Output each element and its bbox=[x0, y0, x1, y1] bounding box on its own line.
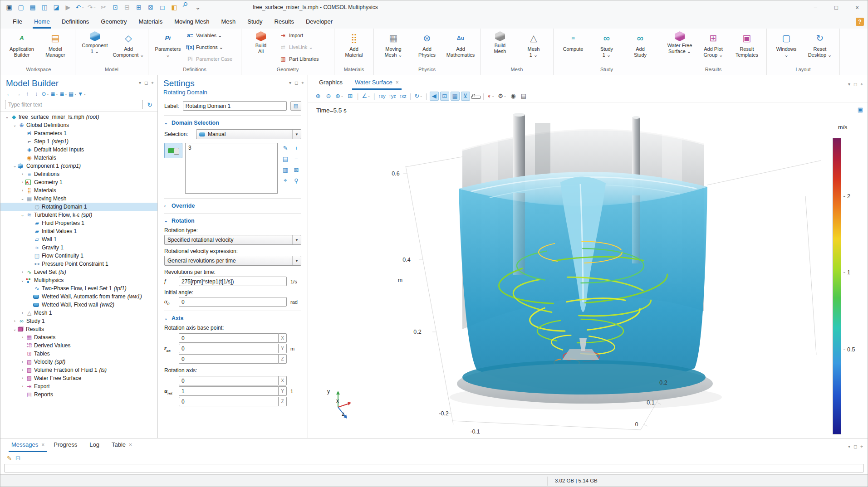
tree-expander[interactable]: › bbox=[20, 270, 25, 274]
scene-light-gear-icon[interactable]: ⚙ bbox=[497, 92, 507, 101]
tree-expander[interactable]: ⌄ bbox=[12, 123, 18, 127]
separator[interactable]: | bbox=[373, 92, 376, 101]
remove-selection-icon[interactable]: − bbox=[291, 154, 301, 164]
chevron-down-icon[interactable]: ▾ bbox=[289, 80, 291, 86]
help-icon[interactable]: ? bbox=[856, 18, 864, 26]
move-up-icon[interactable]: ↑ bbox=[23, 90, 31, 98]
copy-selection-icon[interactable]: ▤ bbox=[280, 154, 290, 164]
tree-expander[interactable]: ⌄ bbox=[4, 115, 10, 119]
print-icon[interactable]: ▤ bbox=[519, 92, 528, 101]
result-templates-button[interactable]: ▣ Result Templates bbox=[730, 29, 764, 66]
console-icon[interactable]: ⊡ bbox=[15, 455, 20, 462]
separator[interactable]: | bbox=[425, 92, 428, 101]
ribbon-tab[interactable]: Results bbox=[269, 15, 300, 29]
show-icon[interactable]: ⊙ bbox=[41, 90, 49, 98]
tree-item[interactable]: › ▧ Water Free Surface bbox=[0, 374, 157, 382]
tree-expander[interactable]: ⌄ bbox=[20, 196, 25, 201]
graphics-tab[interactable]: Graphics bbox=[314, 76, 350, 90]
close-button[interactable]: × bbox=[847, 0, 868, 14]
collapse-all-icon[interactable]: ≣ bbox=[50, 90, 59, 98]
undo-icon[interactable]: ↶ bbox=[75, 2, 85, 12]
selection-list-entry[interactable]: 3 bbox=[188, 145, 191, 151]
ribbon-tab[interactable]: Materials bbox=[132, 15, 168, 29]
zoom-out-icon[interactable]: ⊖ bbox=[324, 92, 333, 101]
pin-icon[interactable]: ⌖ bbox=[301, 80, 304, 86]
ribbon-tab[interactable]: Developer bbox=[300, 15, 338, 29]
application-builder-button[interactable]: A Application Builder bbox=[5, 29, 39, 66]
build-mesh-button[interactable]: Build Mesh bbox=[483, 29, 517, 66]
speaker-icon[interactable]: ◀ bbox=[430, 92, 439, 101]
add-study-button[interactable]: ∞ Add Study bbox=[623, 29, 657, 66]
tree-item[interactable]: ▰ Fluid Properties 1 bbox=[0, 219, 157, 227]
close-tab-icon[interactable]: × bbox=[396, 79, 399, 86]
scene-appearance-icon[interactable]: ◐ bbox=[486, 92, 495, 101]
moving-mesh-button[interactable]: ▦ Moving Mesh ⌄ bbox=[377, 29, 410, 66]
paste-icon[interactable]: ⊟ bbox=[122, 2, 132, 12]
tree-expander[interactable]: › bbox=[20, 360, 25, 364]
show-frames-icon[interactable]: ⊡ bbox=[440, 92, 449, 101]
delete-icon[interactable]: ⊠ bbox=[146, 2, 156, 12]
tree-item[interactable]: › ▧ Velocity (spf) bbox=[0, 358, 157, 366]
section-expander-icon[interactable]: ⌄ bbox=[164, 316, 168, 321]
ribbon-tab[interactable]: File bbox=[7, 15, 28, 29]
messages-tab[interactable]: Messages × bbox=[7, 438, 49, 452]
search-icon[interactable]: ⚲ bbox=[179, 0, 193, 14]
parameters-button[interactable]: Pi Parameters ⌄ bbox=[151, 29, 185, 66]
section-expander-icon[interactable]: ⌄ bbox=[164, 219, 168, 223]
go-to-xy-view-icon[interactable]: ↑xy bbox=[378, 92, 387, 101]
customize-qat-icon[interactable]: ⌄ bbox=[193, 2, 203, 12]
rename-button[interactable]: ▤ bbox=[290, 101, 301, 111]
zoom-box-icon[interactable]: ⊕ bbox=[334, 92, 344, 101]
float-icon[interactable]: ◻ bbox=[853, 82, 857, 87]
show-grid-icon[interactable]: ▦ bbox=[451, 92, 460, 101]
refresh-icon[interactable]: ↻ bbox=[146, 101, 154, 109]
tree-item[interactable]: ⌄ ⊕ Global Definitions bbox=[0, 121, 157, 129]
zoom-extents-icon[interactable]: ⊞ bbox=[346, 92, 355, 101]
tree-filter-input[interactable] bbox=[5, 100, 143, 109]
messages-tab[interactable]: Progress bbox=[49, 438, 85, 452]
tree-item[interactable]: Wetted Wall, Automatic from frame (ww1) bbox=[0, 292, 157, 301]
chevron-down-icon[interactable]: ▾ bbox=[848, 444, 850, 449]
tree-item[interactable]: › ⇥ Export bbox=[0, 382, 157, 390]
tree-expander[interactable]: › bbox=[20, 311, 25, 315]
pin-icon[interactable]: ⌖ bbox=[151, 80, 154, 86]
rotation-axis-input[interactable] bbox=[179, 386, 278, 396]
tree-expander[interactable]: ⌄ bbox=[20, 278, 25, 282]
tree-item[interactable]: ⌄ Component 1 (comp1) bbox=[0, 162, 157, 170]
ribbon-tab[interactable]: Home bbox=[28, 15, 56, 29]
model-manager-button[interactable]: ▤ Model Manager bbox=[39, 29, 72, 66]
zoom-to-selection-icon[interactable]: ⚲ bbox=[291, 175, 301, 185]
water-free-surface-button[interactable]: Water Free Surface ⌄ bbox=[663, 29, 696, 66]
save-icon[interactable]: ◫ bbox=[39, 2, 49, 12]
tree-item[interactable]: ▱ Wall 1 bbox=[0, 235, 157, 244]
livelink-button[interactable]: ⇄ LiveLink ⌄ bbox=[278, 41, 331, 53]
add-plot-group-button[interactable]: ⊞ Add Plot Group ⌄ bbox=[696, 29, 730, 66]
section-expander-icon[interactable]: ⌄ bbox=[164, 121, 168, 125]
go-to-xz-view-icon[interactable]: ↑xz bbox=[398, 92, 407, 101]
reset-desktop-button[interactable]: ↻ Reset Desktop ⌄ bbox=[803, 29, 837, 66]
tree-item[interactable]: ⌄ ◆ free_surface_mixer_ls.mph (root) bbox=[0, 113, 157, 121]
close-tab-icon[interactable]: × bbox=[129, 442, 132, 448]
parameter-case-button[interactable]: Pi Parameter Case bbox=[185, 53, 238, 65]
rotation-axis-input[interactable] bbox=[179, 376, 278, 385]
tree-item[interactable]: 8.85 e-12 Derived Values bbox=[0, 341, 157, 350]
part-libraries-button[interactable]: ▥ Part Libraries bbox=[278, 53, 331, 65]
move-down-icon[interactable]: ↓ bbox=[32, 90, 40, 98]
tree-expander[interactable]: › bbox=[12, 319, 18, 323]
tree-item[interactable]: ⌐ Step 1 (step1) bbox=[0, 137, 157, 146]
messages-tab[interactable]: Log bbox=[85, 438, 107, 452]
edit-selection-icon[interactable]: ✎ bbox=[280, 143, 290, 153]
clear-selection-icon[interactable]: ⊠ bbox=[291, 165, 301, 175]
velocity-expression-dropdown[interactable]: General revolutions per time ▼ bbox=[164, 256, 301, 266]
filter-icon[interactable]: ▼ bbox=[78, 90, 86, 98]
tree-item[interactable]: ◈ Default Model Inputs bbox=[0, 146, 157, 154]
tree-item[interactable]: ⊷ Pressure Point Constraint 1 bbox=[0, 260, 157, 268]
chevron-down-icon[interactable]: ▾ bbox=[848, 82, 850, 87]
tree-item[interactable]: ◫ Flow Continuity 1 bbox=[0, 252, 157, 260]
tree-item[interactable]: ▰ Initial Values 1 bbox=[0, 227, 157, 235]
3d-plot-area[interactable]: Time=5.5 s ▣ 0.6 0.4 m 0.2 -0.2 -0. bbox=[308, 102, 868, 438]
tree-item[interactable]: ⌄ ≋ Turbulent Flow, k-ε (spf) bbox=[0, 211, 157, 219]
tree-item[interactable]: Wetted Wall, Fixed wall (ww2) bbox=[0, 301, 157, 309]
back-icon[interactable]: ← bbox=[5, 90, 13, 98]
duplicate-icon[interactable]: ⊞ bbox=[134, 2, 144, 12]
